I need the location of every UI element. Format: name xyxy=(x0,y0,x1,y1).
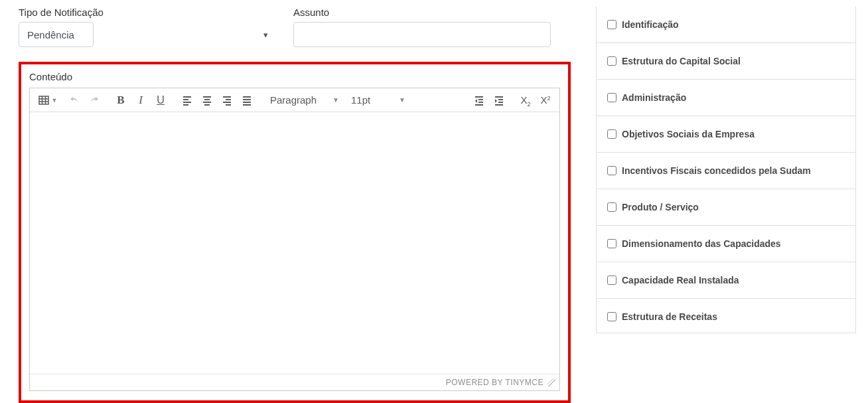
bold-icon[interactable]: B xyxy=(111,91,131,110)
list-item[interactable]: Dimensionamento das Capacidades xyxy=(597,226,855,262)
tipo-select-wrap: Pendência ▾ xyxy=(19,22,275,47)
format-select-label: Paragraph xyxy=(270,94,317,106)
italic-icon[interactable]: I xyxy=(131,91,151,110)
list-item[interactable]: Estrutura de Receitas xyxy=(597,299,855,333)
tipo-group: Tipo de Notificação Pendência ▾ xyxy=(19,7,275,47)
list-item[interactable]: Objetivos Sociais da Empresa xyxy=(597,116,855,153)
list-item-label: Dimensionamento das Capacidades xyxy=(622,238,781,249)
svg-rect-0 xyxy=(39,96,48,104)
chevron-down-icon: ▾ xyxy=(263,30,268,40)
editor-powered-by: POWERED BY TINYMCE xyxy=(446,378,543,387)
chevron-down-icon: ▼ xyxy=(332,96,339,104)
align-justify-icon[interactable] xyxy=(237,91,257,110)
list-item-label: Estrutura de Receitas xyxy=(622,311,717,322)
checkbox[interactable] xyxy=(607,276,616,285)
tipo-select[interactable]: Pendência xyxy=(19,22,94,47)
assunto-group: Assunto xyxy=(293,7,551,47)
list-item-label: Produto / Serviço xyxy=(622,202,699,212)
content-highlight: Conteúdo ▼ B I xyxy=(19,62,571,403)
list-item[interactable]: Produto / Serviço xyxy=(597,189,855,226)
checkbox[interactable] xyxy=(607,20,616,29)
list-item-label: Administração xyxy=(622,92,686,103)
checkbox[interactable] xyxy=(607,312,616,321)
list-item-label: Incentivos Fiscais concedidos pela Sudam xyxy=(622,165,811,176)
redo-icon[interactable] xyxy=(84,91,104,110)
underline-icon[interactable]: U xyxy=(151,91,171,110)
rich-text-editor: ▼ B I U xyxy=(29,88,560,391)
format-select[interactable]: Paragraph ▼ xyxy=(263,91,344,110)
list-item-label: Estrutura do Capital Social xyxy=(622,56,741,66)
list-item-label: Identificação xyxy=(622,19,679,30)
resize-grip-icon[interactable] xyxy=(547,378,555,386)
checkbox[interactable] xyxy=(607,166,616,175)
editor-body[interactable] xyxy=(30,112,559,374)
editor-toolbar: ▼ B I U xyxy=(30,88,559,112)
checklist-scroll[interactable]: Identificação Estrutura do Capital Socia… xyxy=(597,7,855,333)
list-item-label: Capacidade Real Instalada xyxy=(622,275,739,285)
checkbox[interactable] xyxy=(607,129,616,139)
fontsize-select[interactable]: 11pt ▼ xyxy=(344,91,411,110)
tipo-label: Tipo de Notificação xyxy=(19,7,275,18)
list-item[interactable]: Incentivos Fiscais concedidos pela Sudam xyxy=(597,153,855,189)
assunto-input[interactable] xyxy=(293,22,551,47)
chevron-down-icon[interactable]: ▼ xyxy=(51,97,58,104)
align-left-icon[interactable] xyxy=(177,91,197,110)
editor-footer: POWERED BY TINYMCE xyxy=(30,374,559,390)
list-item[interactable]: Identificação xyxy=(597,7,855,43)
checkbox[interactable] xyxy=(607,202,616,212)
checkbox[interactable] xyxy=(607,56,616,66)
list-item-label: Objetivos Sociais da Empresa xyxy=(622,129,755,139)
checklist-panel: Identificação Estrutura do Capital Socia… xyxy=(596,7,856,333)
content-label: Conteúdo xyxy=(29,71,560,82)
indent-icon[interactable] xyxy=(489,91,509,110)
align-center-icon[interactable] xyxy=(197,91,217,110)
list-item[interactable]: Capacidade Real Instalada xyxy=(597,262,855,299)
assunto-label: Assunto xyxy=(293,7,551,18)
subscript-icon[interactable]: X2 xyxy=(516,91,536,110)
checkbox[interactable] xyxy=(607,239,616,248)
undo-icon[interactable] xyxy=(64,91,84,110)
fontsize-select-label: 11pt xyxy=(351,94,370,106)
form-row: Tipo de Notificação Pendência ▾ Assunto xyxy=(19,7,571,47)
outdent-icon[interactable] xyxy=(469,91,489,110)
superscript-icon[interactable]: X2 xyxy=(536,91,555,110)
align-right-icon[interactable] xyxy=(217,91,237,110)
list-item[interactable]: Estrutura do Capital Social xyxy=(597,43,855,80)
list-item[interactable]: Administração xyxy=(597,80,855,116)
chevron-down-icon: ▼ xyxy=(399,96,405,104)
checkbox[interactable] xyxy=(607,93,616,102)
